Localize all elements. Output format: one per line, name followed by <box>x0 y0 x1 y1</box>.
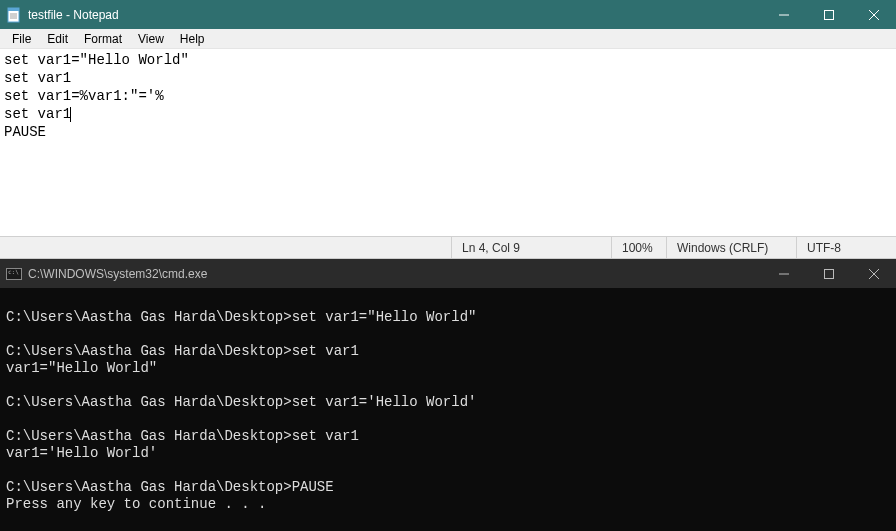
notepad-title: testfile - Notepad <box>28 8 119 22</box>
status-encoding: UTF-8 <box>796 237 896 258</box>
cmd-line: C:\Users\Aastha Gas Harda\Desktop>set va… <box>6 428 359 444</box>
status-line-ending: Windows (CRLF) <box>666 237 796 258</box>
cmd-titlebar[interactable]: C:\WINDOWS\system32\cmd.exe <box>0 259 896 288</box>
cmd-icon <box>6 268 22 280</box>
cmd-title: C:\WINDOWS\system32\cmd.exe <box>28 267 207 281</box>
cmd-close-button[interactable] <box>851 259 896 288</box>
notepad-titlebar[interactable]: testfile - Notepad <box>0 0 896 29</box>
cmd-line: var1="Hello World" <box>6 360 157 376</box>
maximize-button[interactable] <box>806 0 851 29</box>
cmd-terminal[interactable]: C:\Users\Aastha Gas Harda\Desktop>set va… <box>0 288 896 531</box>
notepad-statusbar: Ln 4, Col 9 100% Windows (CRLF) UTF-8 <box>0 236 896 258</box>
cmd-line: C:\Users\Aastha Gas Harda\Desktop>set va… <box>6 309 476 325</box>
cmd-line: C:\Users\Aastha Gas Harda\Desktop>set va… <box>6 343 359 359</box>
notepad-editor[interactable]: set var1="Hello World" set var1 set var1… <box>0 49 896 236</box>
editor-line: set var1=%var1:"='% <box>4 88 164 104</box>
editor-line: set var1 <box>4 70 71 86</box>
editor-line: set var1="Hello World" <box>4 52 189 68</box>
cmd-line: Press any key to continue . . . <box>6 496 266 512</box>
cmd-window: C:\WINDOWS\system32\cmd.exe C:\Users\Aas… <box>0 259 896 531</box>
cmd-line: C:\Users\Aastha Gas Harda\Desktop>set va… <box>6 394 476 410</box>
notepad-window: testfile - Notepad File Edit Format View… <box>0 0 896 259</box>
editor-line: set var1 <box>4 106 71 122</box>
menu-help[interactable]: Help <box>172 30 213 48</box>
menu-file[interactable]: File <box>4 30 39 48</box>
cmd-window-controls <box>761 259 896 288</box>
status-zoom: 100% <box>611 237 666 258</box>
cmd-line: var1='Hello World' <box>6 445 157 461</box>
cmd-maximize-button[interactable] <box>806 259 851 288</box>
editor-line: PAUSE <box>4 124 46 140</box>
text-caret <box>70 107 71 122</box>
menu-format[interactable]: Format <box>76 30 130 48</box>
notepad-icon <box>6 7 22 23</box>
svg-rect-10 <box>824 269 833 278</box>
close-button[interactable] <box>851 0 896 29</box>
notepad-menubar: File Edit Format View Help <box>0 29 896 49</box>
svg-rect-1 <box>8 8 19 11</box>
minimize-button[interactable] <box>761 0 806 29</box>
status-position: Ln 4, Col 9 <box>451 237 611 258</box>
svg-rect-6 <box>824 10 833 19</box>
menu-edit[interactable]: Edit <box>39 30 76 48</box>
cmd-line: C:\Users\Aastha Gas Harda\Desktop>PAUSE <box>6 479 334 495</box>
menu-view[interactable]: View <box>130 30 172 48</box>
window-controls <box>761 0 896 29</box>
cmd-minimize-button[interactable] <box>761 259 806 288</box>
